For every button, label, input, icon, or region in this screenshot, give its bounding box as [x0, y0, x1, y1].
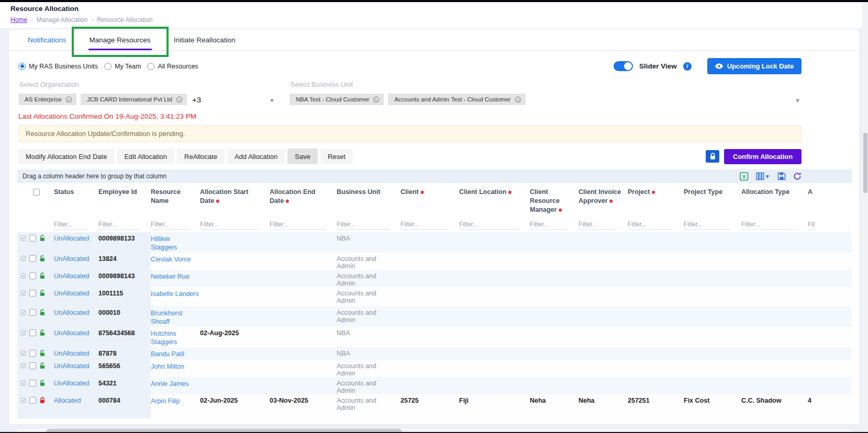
column-header-end[interactable]: Allocation End Date✱ [270, 188, 337, 214]
column-header-name[interactable]: Resource Name [151, 188, 200, 214]
slider-view-toggle[interactable] [614, 61, 633, 71]
column-header-status[interactable]: Status [54, 188, 98, 214]
business-unit-select[interactable]: Select Business Unit NBA Test - Cloud Cu… [290, 81, 802, 106]
reset-button[interactable]: Reset [320, 149, 353, 164]
table-row[interactable]: UnAllocated0009898133Hilliker StaggersNB… [17, 232, 852, 253]
column-header-employee_id[interactable]: Employee Id [98, 188, 151, 214]
vertical-scrollbar[interactable] [862, 2, 868, 432]
column-header-location[interactable]: Client Location✱ [459, 188, 530, 214]
row-edit-icon[interactable] [20, 290, 26, 296]
cell-name[interactable]: Nebeker Rue [151, 270, 200, 281]
row-checkbox[interactable] [29, 235, 36, 242]
chip-remove-icon[interactable]: ✕ [373, 96, 380, 103]
edit-allocation-button[interactable]: Edit Allocation [117, 149, 174, 164]
vertical-scrollbar-thumb[interactable] [863, 133, 867, 193]
column-header-cia[interactable]: Client Invoice Approver✱ [578, 188, 628, 214]
cell-name[interactable]: Cieslak Vorce [151, 253, 200, 264]
filter-input-employee_id[interactable] [98, 220, 140, 230]
cell-status[interactable]: UnAllocated [54, 270, 98, 280]
cell-status[interactable]: UnAllocated [54, 306, 98, 316]
cell-name[interactable]: Hilliker Staggers [151, 232, 200, 252]
lock-button[interactable] [706, 150, 719, 163]
radio-my-team[interactable]: My Team [104, 63, 141, 70]
cell-name[interactable]: Arpin Filip [151, 394, 200, 405]
row-checkbox[interactable] [29, 329, 36, 336]
cell-status[interactable]: UnAllocated [54, 327, 98, 337]
info-icon[interactable]: i [683, 62, 692, 71]
save-button[interactable]: Save [287, 149, 318, 164]
add-allocation-button[interactable]: Add Allocation [227, 149, 285, 164]
row-edit-icon[interactable] [20, 235, 26, 241]
row-checkbox[interactable] [29, 290, 36, 297]
table-row[interactable]: UnAllocated1001115Isabelle LandersAccoun… [17, 287, 852, 306]
organization-select[interactable]: Select Organization AS Enterprise✕JCB CA… [18, 81, 276, 106]
row-edit-icon[interactable] [20, 330, 26, 336]
chip-remove-icon[interactable]: ✕ [65, 96, 72, 103]
column-header-start[interactable]: Allocation Start Date✱ [200, 188, 270, 214]
table-row[interactable]: UnAllocated8756434568Hutchins Staggers02… [17, 327, 852, 347]
table-row[interactable]: UnAllocated000010Brunkhorst ShoaffAccoun… [17, 306, 852, 327]
row-edit-icon[interactable] [20, 273, 26, 279]
cell-name[interactable]: Bandu Patil [151, 347, 200, 358]
row-checkbox[interactable] [29, 272, 36, 279]
cell-status[interactable]: UnAllocated [54, 232, 98, 242]
export-excel-icon[interactable]: x [740, 172, 749, 181]
table-row[interactable]: UnAllocated0009898143Nebeker RueAccounts… [17, 270, 852, 287]
refresh-icon[interactable] [793, 172, 802, 180]
cell-status[interactable]: UnAllocated [54, 287, 98, 297]
cell-status[interactable]: UnAllocated [54, 253, 98, 263]
table-row[interactable]: UnAllocated565656John MiltonAccounts and… [17, 360, 852, 377]
cell-name[interactable]: John Milton [151, 360, 200, 371]
breadcrumb-item[interactable]: Home [10, 16, 27, 24]
row-checkbox[interactable] [29, 309, 36, 316]
cell-status[interactable]: UnAllocated [54, 360, 98, 370]
cell-name[interactable]: Isabelle Landers [151, 287, 200, 298]
column-header-project[interactable]: Project✱ [628, 188, 684, 214]
chip-remove-icon[interactable]: ✕ [176, 96, 183, 103]
filter-input-project[interactable] [628, 220, 673, 230]
tab-initiate-reallocation[interactable]: Initiate Reallocation [162, 29, 247, 50]
cell-name[interactable]: Annie James [151, 377, 200, 388]
column-header-atype[interactable]: Allocation Type [741, 188, 808, 214]
row-edit-icon[interactable] [20, 310, 26, 315]
filter-input-end[interactable] [270, 220, 326, 230]
filter-input-client[interactable] [400, 220, 449, 230]
cell-status[interactable]: Allocated [54, 394, 98, 404]
select-all-checkbox[interactable] [33, 189, 40, 196]
cell-name[interactable]: Hutchins Staggers [151, 327, 200, 347]
filter-input-name[interactable] [151, 220, 190, 230]
group-by-panel[interactable]: Drag a column header here to group by th… [17, 169, 852, 183]
row-edit-icon[interactable] [20, 256, 26, 261]
row-edit-icon[interactable] [20, 397, 26, 403]
column-header-ptype[interactable]: Project Type [684, 188, 741, 214]
modify-allocation-end-date-button[interactable]: Modify Allocation End Date [18, 149, 114, 164]
column-header-crm[interactable]: Client Resource Manager✱ [530, 188, 578, 214]
filter-input-crm[interactable] [530, 220, 568, 230]
chevron-down-icon[interactable]: ▼ [269, 97, 275, 104]
table-row[interactable]: UnAllocated87878Bandu PatilNBA [17, 347, 852, 360]
tab-manage-resources[interactable]: Manage Resources [78, 29, 162, 50]
upcoming-lock-date-button[interactable]: Upcoming Lock Date [707, 58, 802, 74]
reallocate-button[interactable]: ReAllocate [177, 149, 225, 164]
chevron-down-icon[interactable]: ▼ [795, 97, 800, 104]
table-row[interactable]: Allocated000784Arpin Filip02-Jun-202503-… [17, 394, 852, 418]
filter-input-status[interactable] [54, 220, 88, 230]
column-header-client[interactable]: Client✱ [400, 188, 459, 214]
row-edit-icon[interactable] [20, 380, 26, 386]
cell-status[interactable]: UnAllocated [54, 377, 98, 387]
column-header-bu[interactable]: Business Unit [337, 188, 400, 214]
row-checkbox[interactable] [29, 380, 36, 386]
filter-input-location[interactable] [459, 220, 519, 230]
row-checkbox[interactable] [29, 350, 36, 357]
radio-my-ras-business-units[interactable]: My RAS Business Units [18, 63, 98, 70]
confirm-allocation-button[interactable]: Confirm Allocation [724, 149, 802, 164]
row-checkbox[interactable] [29, 397, 36, 404]
save-layout-icon[interactable] [777, 172, 786, 180]
filter-input-atype[interactable] [741, 220, 797, 230]
table-row[interactable]: UnAllocated13824Cieslak VorceAccounts an… [17, 253, 852, 270]
cell-status[interactable]: UnAllocated [54, 347, 98, 357]
filter-input-cia[interactable] [578, 220, 617, 230]
filter-input-bu[interactable] [337, 220, 390, 230]
chip-remove-icon[interactable]: ✕ [515, 96, 521, 103]
row-edit-icon[interactable] [20, 350, 26, 356]
